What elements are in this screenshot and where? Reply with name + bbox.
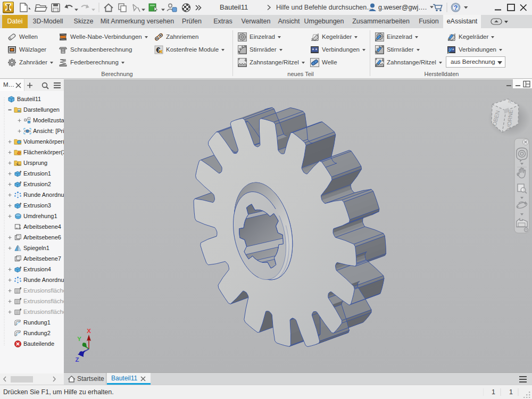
svg-text:X: X [87,328,91,334]
svg-text:?: ? [454,4,458,12]
svg-text:Y: Y [77,336,81,342]
svg-text:Z: Z [75,356,79,363]
